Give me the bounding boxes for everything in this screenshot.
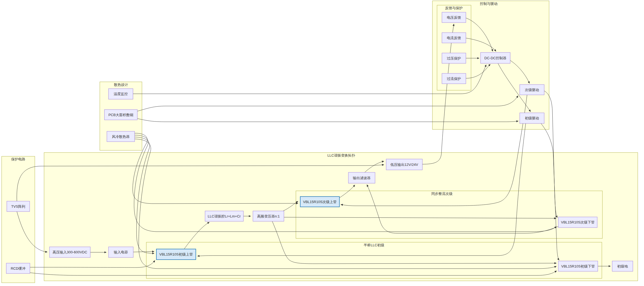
- group-label-feedback: 反馈与保护: [445, 6, 463, 10]
- node-label-tvs: TVS阵列: [11, 204, 25, 209]
- node-label-filter: 输出滤波器: [353, 176, 371, 180]
- node-label-rcd: RCD缓冲: [11, 266, 25, 271]
- node-label-q1: VBL15R10S初级上管: [159, 252, 193, 256]
- group-label-llc: LLC谐振变换拓扑: [327, 153, 355, 157]
- group-label-control: 控制与驱动: [480, 2, 498, 6]
- group-label-protection: 保护电路: [11, 157, 25, 161]
- node-label-llctank: LLC谐振腔Lr+Lm+Cr: [208, 214, 241, 218]
- node-label-pdrv: 初级驱动: [525, 116, 539, 120]
- node-label-vfb: 电压反馈: [447, 15, 461, 20]
- node-label-ovp: 过压保护: [447, 56, 461, 60]
- node-label-pcb: PCB大面积敷铜: [109, 113, 134, 117]
- node-label-sr1: VBL15R10S次级上管: [303, 200, 337, 204]
- node-label-xfmr: 高频变压器n:1: [257, 214, 280, 218]
- flowchart-canvas: 保护电路散热设计LLC谐振变换拓扑控制与驱动反馈与保护同步整流次级半桥LLC初级…: [0, 0, 644, 286]
- node-label-ocp: 过流保护: [447, 77, 461, 81]
- group-primary: [146, 242, 602, 278]
- node-label-temp: 温度监控: [114, 92, 128, 96]
- node-label-cin: 输入电容: [114, 250, 128, 254]
- node-label-fan: 风冷散热器: [112, 135, 130, 139]
- node-label-ctrl: DC-DC控制器: [484, 56, 506, 60]
- node-label-vout: 低压输出12V/24V: [390, 163, 418, 167]
- group-label-thermal: 散热设计: [114, 83, 128, 87]
- group-label-sync: 同步整流次级: [431, 192, 453, 196]
- group-label-primary: 半桥LLC初级: [364, 243, 384, 247]
- node-label-cfb: 电流反馈: [447, 36, 461, 40]
- node-label-gnd: 初级地: [617, 264, 628, 268]
- node-label-sr2: VBL15R10S次级下管: [561, 220, 595, 224]
- node-label-sdrv: 次级驱动: [525, 88, 539, 92]
- node-label-q2: VBL15R10S初级下管: [561, 264, 595, 268]
- node-label-hv: 高压输入300-600VDC: [52, 250, 87, 254]
